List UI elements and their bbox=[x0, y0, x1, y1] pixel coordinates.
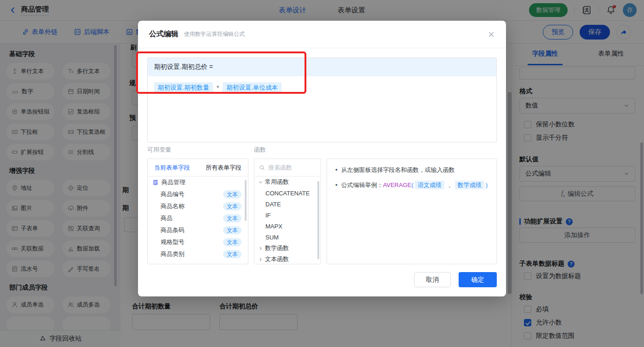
form-designer-app: 商品管理 表单设计 表单设置 数据管理 存 表单外链后端脚本数据权 bbox=[0, 0, 644, 347]
formula-edit-modal: 公式编辑 使用数学运算符编辑公式 期初设置.期初总价 = 期初设置.期初数量 *… bbox=[138, 21, 506, 296]
function-item[interactable]: SUM bbox=[254, 232, 321, 243]
variables-scrollbar[interactable] bbox=[245, 180, 247, 221]
function-item[interactable]: IF bbox=[254, 210, 321, 221]
field-type-badge: 文本 bbox=[223, 250, 242, 258]
formula-operator: * bbox=[217, 84, 219, 91]
variable-row[interactable]: 商品编号文本 bbox=[148, 188, 248, 200]
function-group[interactable]: 文本函数 bbox=[254, 254, 321, 264]
function-item[interactable]: CONCATENATE bbox=[254, 188, 321, 199]
tab-all-form-fields[interactable]: 所有表单字段 bbox=[206, 164, 242, 172]
function-group[interactable]: 常用函数 bbox=[254, 176, 321, 188]
formula-help-panel: 从左侧面板选择字段名和函数，或输入函数 公式编辑举例：AVERAGE(语文成绩，… bbox=[327, 159, 497, 264]
example-arg-chip: 语文成绩 bbox=[415, 181, 444, 189]
variable-row[interactable]: 规格型号文本 bbox=[148, 236, 248, 248]
function-search-input[interactable] bbox=[268, 164, 314, 171]
search-icon bbox=[259, 165, 265, 171]
formula-target: 期初设置.期初总价 = bbox=[148, 58, 496, 76]
formula-expression: 期初设置.期初数量 * 期初设置.单位成本 bbox=[148, 76, 496, 99]
chevron-right-icon bbox=[258, 257, 263, 262]
example-arg-chip: 数学成绩 bbox=[455, 181, 484, 189]
field-type-badge: 文本 bbox=[223, 238, 242, 246]
help-line-1: 从左侧面板选择字段名和函数，或输入函数 bbox=[335, 165, 488, 175]
help-line-2: 公式编辑举例：AVERAGE(语文成绩，数学成绩) bbox=[335, 181, 488, 190]
modal-title: 公式编辑 bbox=[149, 29, 178, 39]
field-type-badge: 文本 bbox=[223, 214, 242, 222]
functions-scrollbar[interactable] bbox=[317, 181, 319, 259]
variables-panel: 当前表单字段 所有表单字段 商品管理 商品编号文本商品名称文本商品文本商品条码文… bbox=[147, 159, 248, 264]
formula-editor[interactable]: 期初设置.期初总价 = 期初设置.期初数量 * 期初设置.单位成本 bbox=[147, 57, 497, 142]
functions-label: 函数 bbox=[254, 146, 266, 154]
function-group[interactable]: 数学函数 bbox=[254, 243, 321, 254]
close-icon bbox=[488, 31, 495, 38]
confirm-button[interactable]: 确定 bbox=[459, 272, 497, 287]
function-search bbox=[254, 159, 321, 176]
variable-row[interactable]: 商品文本 bbox=[148, 212, 248, 224]
formula-field-chip[interactable]: 期初设置.单位成本 bbox=[223, 82, 282, 93]
modal-subtitle: 使用数学运算符编辑公式 bbox=[184, 30, 245, 38]
variable-row[interactable]: 商品条码文本 bbox=[148, 224, 248, 236]
variable-row[interactable]: 商品名称文本 bbox=[148, 200, 248, 212]
variables-tabs: 当前表单字段 所有表单字段 bbox=[148, 159, 248, 176]
close-button[interactable] bbox=[488, 31, 495, 38]
modal-header: 公式编辑 使用数学运算符编辑公式 bbox=[138, 21, 506, 48]
example-function-name: AVERAGE bbox=[383, 182, 412, 188]
formula-field-chip[interactable]: 期初设置.期初数量 bbox=[154, 82, 213, 93]
chevron-right-icon bbox=[258, 246, 263, 251]
tab-current-form-fields[interactable]: 当前表单字段 bbox=[154, 164, 190, 172]
variables-label: 可用变量 bbox=[147, 146, 171, 154]
field-type-badge: 文本 bbox=[223, 202, 242, 210]
field-type-badge: 文本 bbox=[223, 226, 242, 234]
form-doc-icon bbox=[152, 179, 159, 186]
variable-tree-root[interactable]: 商品管理 bbox=[148, 176, 248, 188]
field-type-badge: 文本 bbox=[223, 190, 242, 199]
functions-panel: 常用函数CONCATENATEDATEIFMAPXSUM数学函数文本函数 bbox=[254, 159, 321, 264]
variable-row[interactable]: 商品类别文本 bbox=[148, 248, 248, 260]
cancel-button[interactable]: 取消 bbox=[414, 272, 451, 287]
function-item[interactable]: MAPX bbox=[254, 221, 321, 232]
function-item[interactable]: DATE bbox=[254, 199, 321, 210]
chevron-down-icon bbox=[258, 180, 263, 185]
